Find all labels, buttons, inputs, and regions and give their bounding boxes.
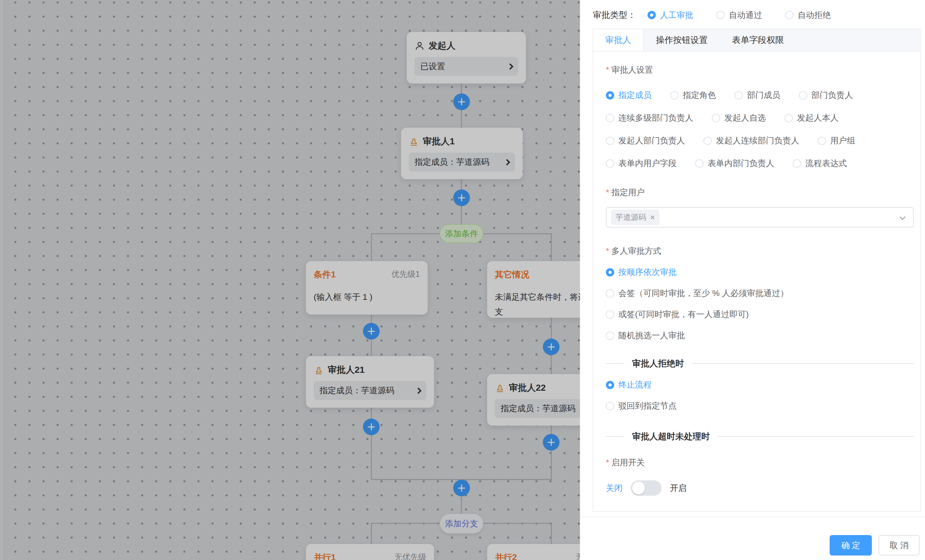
tag-close-icon[interactable]: ×	[650, 213, 655, 221]
approver-type-radio[interactable]: 发起人自选	[712, 112, 766, 123]
multi-mode-radio-group: 按顺序依次审批 会签（可同时审批，至少 % 人必须审批通过） 或签(可同时审批，…	[606, 266, 914, 341]
radio-icon	[695, 160, 704, 168]
multi-mode-radio[interactable]: 或签(可同时审批，有一人通过即可)	[606, 309, 914, 320]
radio-label: 表单内用户字段	[618, 158, 676, 169]
radio-icon	[606, 289, 614, 298]
confirm-button[interactable]: 确 定	[830, 535, 872, 555]
approval-type-radio[interactable]: 自动通过	[716, 10, 762, 21]
radio-icon	[785, 11, 794, 19]
approval-type-radio[interactable]: 自动拒绝	[785, 10, 831, 21]
radio-icon	[606, 137, 614, 145]
approver-type-radio[interactable]: 连续多级部门负责人	[606, 112, 693, 123]
radio-icon	[606, 381, 614, 389]
settings-tabs-box: 审批人 操作按钮设置 表单字段权限 审批人设置 指定成员	[593, 29, 920, 512]
radio-icon	[735, 91, 743, 99]
radio-label: 部门负责人	[811, 90, 853, 101]
radio-label: 指定角色	[683, 90, 716, 101]
radio-icon	[606, 402, 614, 410]
radio-label: 人工审批	[660, 10, 693, 21]
radio-icon	[818, 137, 826, 145]
reject-mode-radio[interactable]: 驳回到指定节点	[606, 400, 914, 411]
multi-mode-section: 多人审批方式 按顺序依次审批 会签（可同时审批，至少 % 人必须审批通过）	[606, 245, 914, 341]
approver-type-radio[interactable]: 指定角色	[670, 90, 716, 101]
assigned-user-label: 指定用户	[606, 187, 914, 198]
approver-type-radio[interactable]: 部门成员	[735, 90, 780, 101]
approval-type-radio-group: 人工审批 自动通过 自动拒绝	[648, 10, 831, 21]
multi-mode-radio[interactable]: 会签（可同时审批，至少 % 人必须审批通过）	[606, 288, 914, 299]
radio-label: 发起人本人	[797, 112, 839, 123]
approver-type-radio[interactable]: 表单内部门负责人	[695, 158, 774, 169]
radio-label: 自动通过	[729, 10, 762, 21]
user-tag-text: 芋道源码	[616, 212, 646, 223]
reject-radio-group: 终止流程 驳回到指定节点	[606, 379, 914, 411]
radio-icon	[793, 160, 801, 168]
approver-settings-drawer: 审批类型： 人工审批 自动通过 自动拒绝 审批	[580, 0, 925, 560]
tab[interactable]: 操作按钮设置	[644, 29, 720, 51]
multi-mode-radio[interactable]: 随机挑选一人审批	[606, 330, 914, 341]
approver-type-radio[interactable]: 部门负责人	[799, 90, 853, 101]
approver-type-radio[interactable]: 流程表达式	[793, 158, 847, 169]
radio-label: 自动拒绝	[798, 10, 831, 21]
approver-type-radio[interactable]: 发起人部门负责人	[606, 135, 685, 146]
radio-label: 或签(可同时审批，有一人通过即可)	[618, 309, 749, 320]
approval-type-radio[interactable]: 人工审批	[648, 10, 693, 21]
footer-divider	[580, 517, 925, 517]
tab[interactable]: 表单字段权限	[720, 29, 796, 51]
radio-label: 用户组	[830, 135, 855, 146]
radio-icon	[606, 114, 614, 122]
approver-type-radio[interactable]: 表单内用户字段	[606, 158, 676, 169]
tab-label: 表单字段权限	[732, 35, 784, 45]
tab-label: 审批人	[605, 35, 631, 45]
toggle-knob	[632, 482, 645, 494]
radio-icon	[606, 91, 614, 99]
radio-label: 按顺序依次审批	[618, 266, 676, 278]
approver-type-radio[interactable]: 用户组	[818, 135, 855, 146]
radio-label: 流程表达式	[805, 158, 847, 169]
cancel-button[interactable]: 取 消	[878, 535, 920, 555]
radio-icon	[799, 91, 807, 99]
radio-icon	[606, 160, 614, 168]
radio-icon	[606, 331, 614, 340]
radio-label: 随机挑选一人审批	[618, 330, 685, 341]
radio-label: 部门成员	[747, 90, 780, 101]
radio-icon	[704, 137, 712, 145]
radio-label: 终止流程	[618, 379, 652, 390]
reject-divider-title: 审批人拒绝时	[632, 358, 684, 369]
radio-label: 连续多级部门负责人	[618, 112, 693, 123]
approver-type-radio[interactable]: 发起人本人	[785, 112, 839, 123]
reject-divider: 审批人拒绝时	[606, 358, 914, 369]
approver-type-radio[interactable]: 发起人连续部门负责人	[704, 135, 799, 146]
tab[interactable]: 审批人	[593, 29, 644, 51]
radio-row: 发起人部门负责人 发起人连续部门负责人 用户组	[606, 135, 914, 146]
radio-label: 发起人自选	[724, 112, 766, 123]
tab-label: 操作按钮设置	[656, 35, 708, 45]
switch-off-label: 关闭	[606, 483, 622, 494]
timeout-divider-title: 审批人超时未处理时	[632, 431, 710, 442]
assigned-user-select[interactable]: 芋道源码 ×	[606, 207, 914, 227]
enable-switch-row: 关闭 开启	[606, 480, 914, 496]
radio-icon	[606, 268, 614, 277]
approver-setting-radios: 指定成员 指定角色 部门成员 部门负责人	[606, 90, 914, 169]
radio-label: 会签（可同时审批，至少 % 人必须审批通过）	[618, 288, 789, 299]
radio-row: 指定成员 指定角色 部门成员 部门负责人	[606, 90, 914, 101]
assigned-user-section: 指定用户 芋道源码 ×	[606, 187, 914, 227]
timeout-enable-section: 启用开关 关闭 开启	[606, 457, 914, 496]
multi-mode-radio[interactable]: 按顺序依次审批	[606, 266, 914, 278]
radio-icon	[785, 114, 793, 122]
radio-label: 指定成员	[618, 90, 652, 101]
radio-icon	[606, 310, 614, 319]
tab-bar: 审批人 操作按钮设置 表单字段权限	[593, 29, 920, 51]
user-tag: 芋道源码 ×	[611, 209, 659, 225]
radio-icon	[648, 11, 656, 19]
radio-label: 发起人连续部门负责人	[716, 135, 799, 146]
enable-switch-label: 启用开关	[606, 457, 914, 468]
radio-label: 发起人部门负责人	[618, 135, 685, 146]
enable-toggle[interactable]	[631, 480, 661, 496]
reject-mode-radio[interactable]: 终止流程	[606, 379, 914, 390]
approver-setting-label: 审批人设置	[606, 64, 914, 75]
approver-type-radio[interactable]: 指定成员	[606, 90, 652, 101]
workflow-designer: 发起人 已设置 + 审批人1 指定成员：芋道源码 + 添加条件	[0, 0, 925, 560]
radio-row: 连续多级部门负责人 发起人自选 发起人本人	[606, 112, 914, 123]
chevron-down-icon	[899, 214, 906, 220]
radio-label: 驳回到指定节点	[618, 400, 676, 411]
